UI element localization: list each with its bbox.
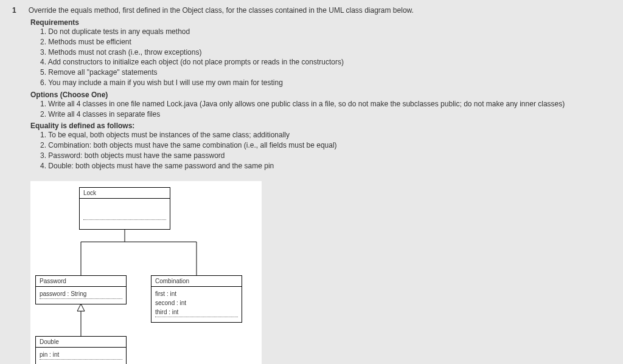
requirement-item: 4. Add constructors to initialize each o… xyxy=(40,57,611,67)
uml-attribute: third : int xyxy=(155,307,238,317)
svg-marker-5 xyxy=(77,304,85,311)
requirement-item: 1. Do not duplicate tests in any equals … xyxy=(40,27,611,37)
uml-class-lock: Lock xyxy=(79,187,170,230)
uml-diagram: Lock Password password : String Combinat… xyxy=(30,181,262,364)
uml-class-name: Double xyxy=(36,337,126,348)
requirement-item: 5. Remove all "package" statements xyxy=(40,67,611,78)
equality-item: 1. To be equal, both objects must be ins… xyxy=(40,130,611,140)
uml-class-name: Lock xyxy=(80,188,170,199)
uml-class-password: Password password : String xyxy=(35,275,127,304)
options-title: Options (Choose One) xyxy=(30,91,611,99)
requirements-title: Requirements xyxy=(30,18,611,27)
options-list: 1. Write all 4 classes in one file named… xyxy=(40,99,611,120)
uml-class-name: Combination xyxy=(151,276,242,287)
option-item: 1. Write all 4 classes in one file named… xyxy=(40,99,611,109)
uml-class-name: Password xyxy=(36,276,126,287)
equality-item: 3. Password: both objects must have the … xyxy=(40,151,611,161)
requirement-item: 2. Methods must be efficient xyxy=(40,37,611,47)
uml-class-combination: Combination first : int second : int thi… xyxy=(151,275,242,323)
uml-attribute: pin : int xyxy=(40,350,122,360)
equality-item: 4. Double: both objects must have the sa… xyxy=(40,161,611,171)
uml-attribute: password : String xyxy=(40,289,122,299)
equality-item: 2. Combination: both objects must have t… xyxy=(40,140,611,151)
option-item: 2. Write all 4 classes in separate files xyxy=(40,109,611,120)
question-text: Override the equals method, first define… xyxy=(29,6,414,15)
question-number: 1 xyxy=(12,6,16,15)
requirements-list: 1. Do not duplicate tests in any equals … xyxy=(40,27,611,88)
uml-class-double: Double pin : int xyxy=(35,336,127,364)
uml-attribute: second : int xyxy=(155,298,238,307)
requirement-item: 3. Methods must not crash (i.e., throw e… xyxy=(40,47,611,58)
equality-title: Equality is defined as follows: xyxy=(30,122,611,130)
uml-attribute: first : int xyxy=(155,289,238,298)
requirement-item: 6. You may include a main if you wish bu… xyxy=(40,78,611,88)
equality-list: 1. To be equal, both objects must be ins… xyxy=(40,130,611,171)
